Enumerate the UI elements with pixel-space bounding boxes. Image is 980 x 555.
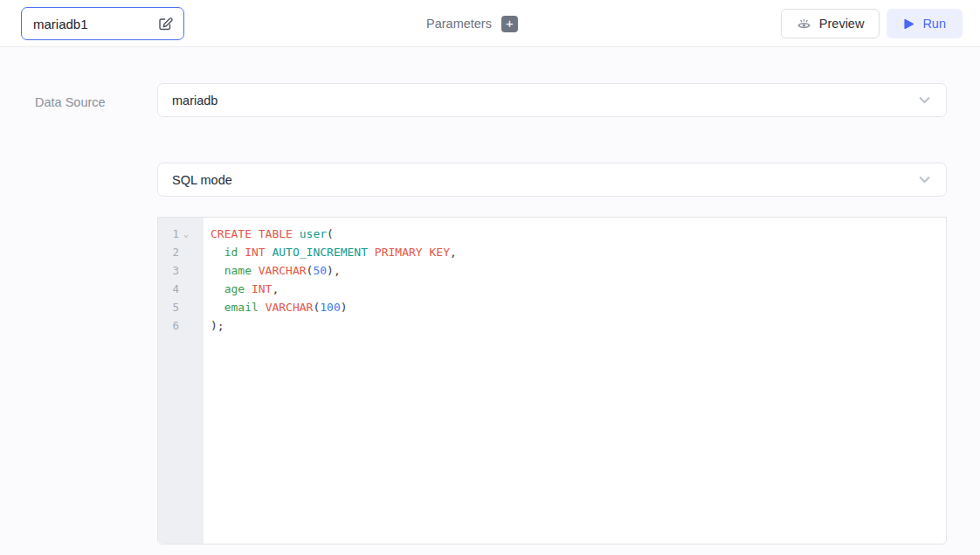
line-number[interactable]: 1⌄ bbox=[158, 225, 204, 243]
line-number-text: 4 bbox=[169, 280, 179, 298]
editor-gutter: 1⌄23456 bbox=[158, 218, 204, 544]
preview-button-label: Preview bbox=[819, 17, 865, 31]
token-keyword: CREATE TABLE bbox=[210, 227, 300, 240]
topbar-actions: Preview Run bbox=[781, 9, 963, 38]
token-number: 100 bbox=[320, 301, 340, 314]
token-type: AUTO_INCREMENT bbox=[272, 246, 368, 259]
code-line[interactable]: age INT, bbox=[210, 280, 946, 298]
line-number-text: 2 bbox=[169, 243, 179, 261]
top-bar: Parameters + Preview Run bbox=[0, 0, 980, 47]
token-identifier: email bbox=[224, 301, 259, 314]
token-plain bbox=[210, 282, 224, 295]
token-identifier: name bbox=[224, 264, 252, 277]
data-source-select[interactable]: mariadb bbox=[157, 83, 947, 117]
query-name-input[interactable] bbox=[33, 17, 158, 31]
code-line[interactable]: email VARCHAR(100) bbox=[210, 298, 946, 316]
data-source-label: Data Source bbox=[35, 95, 106, 109]
token-number: 50 bbox=[313, 264, 327, 277]
query-mode-select[interactable]: SQL mode bbox=[157, 163, 947, 197]
token-plain bbox=[210, 264, 224, 277]
line-number-text: 3 bbox=[169, 261, 179, 280]
fold-chevron-icon[interactable]: ⌄ bbox=[183, 225, 189, 243]
line-number[interactable]: 6 bbox=[158, 316, 204, 335]
token-keyword: VARCHAR bbox=[259, 264, 307, 277]
line-number[interactable]: 3 bbox=[158, 261, 204, 280]
token-plain: ); bbox=[210, 319, 224, 332]
token-plain: , bbox=[450, 246, 457, 259]
preview-button[interactable]: Preview bbox=[781, 9, 880, 38]
code-line[interactable]: CREATE TABLE user( bbox=[210, 225, 946, 243]
parameters-group: Parameters + bbox=[426, 0, 518, 47]
line-number-text: 6 bbox=[169, 316, 179, 335]
code-line[interactable]: name VARCHAR(50), bbox=[210, 261, 946, 280]
run-button-label: Run bbox=[922, 17, 946, 31]
token-keyword: PRIMARY KEY bbox=[375, 246, 450, 259]
token-plain bbox=[210, 246, 224, 259]
editor-code[interactable]: CREATE TABLE user( id INT AUTO_INCREMENT… bbox=[204, 218, 946, 544]
run-button[interactable]: Run bbox=[887, 9, 963, 38]
token-plain: ) bbox=[341, 301, 348, 314]
line-number[interactable]: 4 bbox=[158, 280, 204, 298]
token-plain: , bbox=[272, 282, 279, 295]
token-type: user bbox=[300, 227, 327, 240]
query-mode-value: SQL mode bbox=[172, 173, 232, 187]
token-keyword: INT bbox=[245, 246, 265, 259]
token-plain bbox=[238, 246, 245, 259]
parameters-label: Parameters bbox=[426, 17, 492, 31]
code-line[interactable]: id INT AUTO_INCREMENT PRIMARY KEY, bbox=[210, 243, 946, 261]
token-plain bbox=[259, 301, 266, 314]
edit-pencil-icon[interactable] bbox=[158, 17, 173, 31]
line-number[interactable]: 5 bbox=[158, 298, 204, 316]
add-parameter-button[interactable]: + bbox=[501, 16, 518, 32]
code-line[interactable]: ); bbox=[210, 316, 946, 335]
token-plain: ( bbox=[327, 227, 334, 240]
chevron-down-icon bbox=[917, 172, 932, 187]
play-icon bbox=[903, 18, 914, 30]
line-number-text: 1 bbox=[169, 225, 179, 243]
line-number[interactable]: 2 bbox=[158, 243, 204, 261]
sql-editor[interactable]: 1⌄23456 CREATE TABLE user( id INT AUTO_I… bbox=[157, 217, 947, 545]
token-plain bbox=[210, 301, 224, 314]
line-number-text: 5 bbox=[169, 298, 179, 316]
token-plain: ), bbox=[327, 264, 341, 277]
token-keyword: INT bbox=[252, 282, 272, 295]
query-name-box[interactable] bbox=[21, 7, 184, 40]
token-identifier: age bbox=[224, 282, 245, 295]
chevron-down-icon bbox=[917, 93, 932, 108]
eye-icon bbox=[797, 17, 811, 31]
token-keyword: VARCHAR bbox=[266, 301, 314, 314]
token-plain bbox=[368, 246, 375, 259]
token-identifier: id bbox=[224, 246, 238, 259]
token-plain bbox=[252, 264, 259, 277]
token-plain bbox=[245, 282, 252, 295]
data-source-value: mariadb bbox=[172, 94, 217, 108]
